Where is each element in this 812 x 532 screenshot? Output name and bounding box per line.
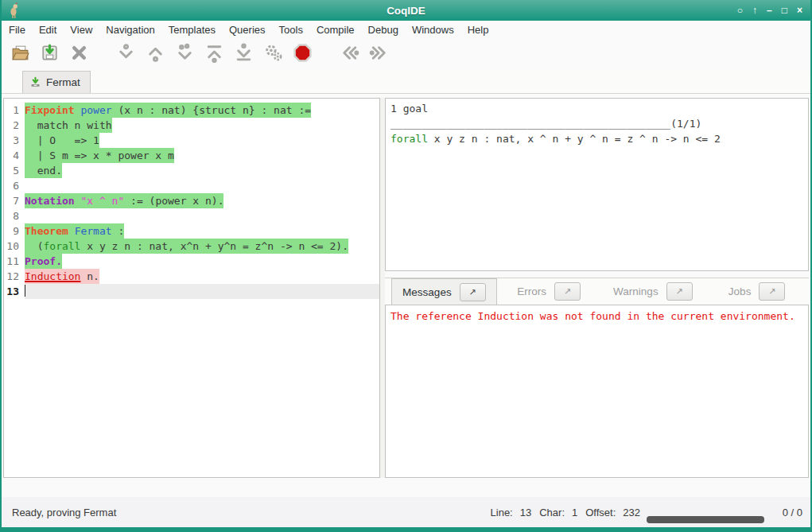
menu-edit[interactable]: Edit [39, 24, 56, 36]
tab-label: Jobs [728, 285, 752, 297]
titlebar[interactable]: CoqIDE ○↑–□× [2, 0, 810, 21]
gears-icon [263, 43, 283, 66]
menu-tools[interactable]: Tools [279, 24, 303, 36]
line-text: (forall x y z n : nat, x^n + y^n = z^n -… [25, 239, 348, 254]
editor-line-11[interactable]: 11Proof. [4, 254, 379, 269]
coqide-window: CoqIDE ○↑–□× FileEditViewNavigationTempl… [0, 0, 812, 532]
go-to-cursor-button[interactable] [174, 45, 195, 65]
menu-debug[interactable]: Debug [368, 24, 398, 36]
right-panes: 1 goal__________________________________… [385, 98, 809, 478]
tab-messages[interactable]: Messages↗ [391, 278, 497, 305]
go-to-end-button[interactable] [233, 45, 254, 65]
keep-above-button[interactable]: ↑ [752, 6, 757, 15]
chevron-up-icon [146, 43, 165, 66]
line-number: 5 [4, 163, 25, 178]
editor-line-7[interactable]: 7Notation "x ^ n" := (power x n). [4, 193, 379, 208]
tab-errors[interactable]: Errors↗ [497, 278, 601, 305]
offset-value: 232 [623, 507, 640, 518]
open-button[interactable] [10, 45, 30, 65]
script-editor[interactable]: 1Fixpoint power (x n : nat) {struct n} :… [3, 98, 380, 478]
char-value: 1 [572, 507, 577, 518]
menu-file[interactable]: File [9, 24, 25, 36]
menu-windows[interactable]: Windows [412, 24, 454, 36]
forward-one-step-button[interactable] [115, 45, 136, 65]
saved-state-icon [29, 76, 41, 88]
tab-jobs[interactable]: Jobs↗ [705, 278, 809, 305]
line-number: 1 [4, 103, 25, 118]
line-text: Notation "x ^ n" := (power x n). [25, 193, 223, 208]
console-notebook: Messages↗Errors↗Warnings↗Jobs↗ The refer… [385, 278, 809, 478]
detach-button[interactable]: ↗ [759, 282, 785, 301]
chevron-down-bottom-icon [234, 43, 254, 66]
offset-label: Offset: [585, 507, 616, 518]
line-text: Theorem Fermat : [25, 223, 124, 239]
interrupt-button[interactable] [292, 45, 313, 65]
editor-line-2[interactable]: 2 match n with [4, 118, 379, 133]
line-text: | O => 1 [25, 133, 99, 148]
save-icon [40, 43, 60, 66]
line-number: 3 [4, 133, 25, 148]
line-number: 6 [4, 178, 25, 193]
detach-button[interactable]: ↗ [460, 283, 486, 301]
close-document-button[interactable] [68, 45, 89, 65]
tab-label: Messages [402, 286, 452, 298]
backward-one-step-button[interactable] [145, 45, 165, 65]
menu-help[interactable]: Help [468, 24, 489, 36]
messages-panel[interactable]: The reference Induction was not found in… [385, 305, 809, 478]
editor-line-12[interactable]: 12Induction n. [4, 269, 379, 284]
tab-warnings[interactable]: Warnings↗ [601, 278, 705, 305]
tab-fermat[interactable]: Fermat [22, 71, 91, 93]
editor-line-5[interactable]: 5 end. [4, 163, 379, 178]
editor-line-4[interactable]: 4 | S m => x * power x m [4, 148, 379, 163]
minimize-button[interactable]: – [767, 6, 772, 15]
goal-line-3: forall x y z n : nat, x ^ n + y ^ n = z … [390, 131, 803, 146]
close-x-icon [69, 43, 89, 66]
editor-line-10[interactable]: 10 (forall x y z n : nat, x^n + y^n = z^… [4, 239, 379, 254]
window-controls: ○↑–□× [737, 6, 810, 15]
line-text: Induction n. [25, 269, 99, 284]
detach-button[interactable]: ↗ [666, 282, 693, 301]
workspace-button[interactable]: ○ [737, 6, 743, 15]
editor-line-3[interactable]: 3 | O => 1 [4, 133, 379, 148]
save-button[interactable] [39, 45, 60, 65]
goals-panel[interactable]: 1 goal__________________________________… [385, 98, 809, 271]
menu-templates[interactable]: Templates [169, 24, 216, 36]
menu-view[interactable]: View [70, 24, 92, 36]
editor-line-13[interactable]: 13 [4, 284, 379, 299]
editor-line-1[interactable]: 1Fixpoint power (x n : nat) {struct n} :… [4, 103, 379, 118]
stop-icon [293, 43, 313, 66]
statusbar: Ready, proving Fermat Line: 13 Char: 1 O… [2, 497, 810, 527]
chevron-down-dots-icon [175, 43, 195, 66]
open-folder-icon [10, 43, 30, 66]
close-button[interactable]: × [797, 6, 802, 15]
maximize-button[interactable]: □ [782, 6, 787, 15]
horizontal-splitter[interactable] [385, 271, 809, 278]
detach-arrow-icon: ↗ [469, 287, 476, 297]
line-number: 10 [4, 239, 25, 254]
line-text: match n with [25, 118, 112, 133]
goal-line-1: 1 goal [390, 101, 803, 116]
line-number: 11 [4, 254, 25, 269]
next-occurrence-button[interactable] [368, 45, 389, 65]
detach-arrow-icon: ↗ [768, 286, 775, 297]
main-area: 1Fixpoint power (x n : nat) {struct n} :… [2, 94, 810, 478]
menu-navigation[interactable]: Navigation [106, 24, 154, 36]
restart-button[interactable] [204, 45, 224, 65]
editor-line-6[interactable]: 6 [4, 178, 379, 193]
line-number: 4 [4, 148, 25, 163]
error-message: The reference Induction was not found in… [390, 310, 803, 322]
caret-position: Line: 13 Char: 1 Offset: 232 0 / 0 [491, 507, 802, 518]
detach-button[interactable]: ↗ [554, 282, 581, 301]
job-count: 0 / 0 [775, 507, 802, 518]
fully-check-document-button[interactable] [262, 45, 283, 65]
console-tab-bar: Messages↗Errors↗Warnings↗Jobs↗ [385, 278, 809, 305]
previous-occurrence-button[interactable] [339, 45, 359, 65]
line-number: 12 [4, 269, 25, 284]
line-text: | S m => x * power x m [25, 148, 174, 163]
editor-line-8[interactable]: 8 [4, 208, 379, 223]
menu-queries[interactable]: Queries [229, 24, 266, 36]
menu-compile[interactable]: Compile [317, 24, 355, 36]
line-text: end. [25, 163, 62, 178]
menubar: FileEditViewNavigationTemplatesQueriesTo… [2, 21, 810, 38]
editor-line-9[interactable]: 9Theorem Fermat : [4, 223, 379, 239]
